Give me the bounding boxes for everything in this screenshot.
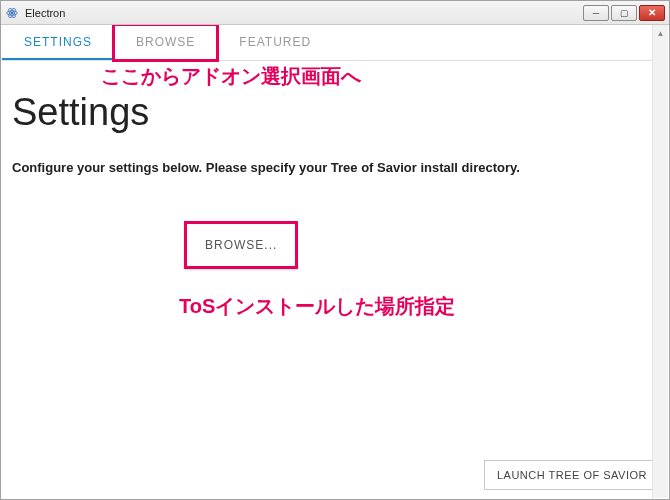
page-body: Settings Configure your settings below. … [2, 61, 668, 269]
tab-browse[interactable]: BROWSE [114, 25, 217, 60]
window-controls: ─ ▢ ✕ [583, 5, 665, 21]
content-area: SETTINGS BROWSE FEATURED Settings Config… [2, 25, 668, 498]
app-window: Electron ─ ▢ ✕ SETTINGS BROWSE FEATURED … [0, 0, 670, 500]
window-title: Electron [25, 7, 65, 19]
page-title: Settings [12, 91, 658, 134]
browse-button-wrap: BROWSE... [184, 221, 298, 269]
tab-bar: SETTINGS BROWSE FEATURED [2, 25, 668, 61]
scroll-up-icon[interactable]: ▲ [653, 25, 668, 41]
app-icon [5, 6, 19, 20]
minimize-button[interactable]: ─ [583, 5, 609, 21]
svg-point-0 [11, 11, 14, 14]
maximize-button[interactable]: ▢ [611, 5, 637, 21]
tab-settings[interactable]: SETTINGS [2, 25, 114, 60]
vertical-scrollbar[interactable]: ▲ [652, 25, 668, 498]
titlebar[interactable]: Electron ─ ▢ ✕ [1, 1, 669, 25]
close-button[interactable]: ✕ [639, 5, 665, 21]
title-left: Electron [5, 6, 65, 20]
page-description: Configure your settings below. Please sp… [12, 160, 658, 175]
tab-featured[interactable]: FEATURED [217, 25, 333, 60]
launch-button[interactable]: LAUNCH TREE OF SAVIOR [484, 460, 660, 490]
browse-button[interactable]: BROWSE... [184, 221, 298, 269]
